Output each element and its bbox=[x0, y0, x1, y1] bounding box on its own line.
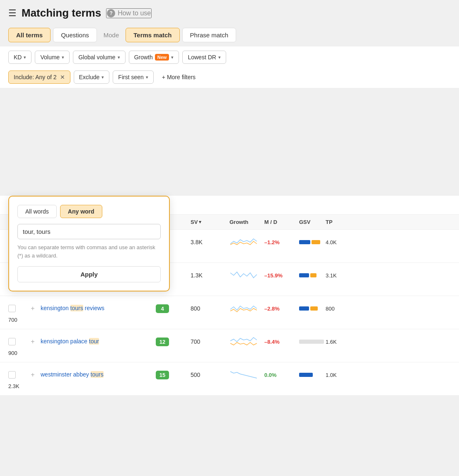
row-checkbox[interactable] bbox=[8, 371, 16, 379]
hamburger-icon[interactable]: ☰ bbox=[8, 8, 17, 19]
growth-value: –8.4% bbox=[264, 339, 297, 345]
gsv-value: 3.1K bbox=[326, 272, 350, 279]
include-dropdown: All words Any word You can separate term… bbox=[8, 196, 170, 291]
lowest-dr-arrow-icon: ▾ bbox=[218, 55, 221, 60]
md-bar bbox=[299, 306, 324, 311]
md-bar bbox=[299, 340, 324, 344]
include-label: Include: Any of 2 bbox=[14, 74, 57, 80]
keyword-link[interactable]: kensington tours reviews bbox=[41, 305, 104, 311]
table-row: + westminster abbey tours 15 500 0.0% 1.… bbox=[0, 362, 459, 396]
include-chip[interactable]: Include: Any of 2 ✕ bbox=[8, 70, 70, 84]
header: ☰ Matching terms ? How to use bbox=[0, 0, 459, 24]
tp-value: 900 bbox=[8, 350, 25, 356]
sv-value: 500 bbox=[191, 372, 228, 378]
sparkline-chart bbox=[230, 236, 263, 249]
tab-all-terms[interactable]: All terms bbox=[8, 28, 51, 42]
growth-arrow-icon: ▾ bbox=[171, 55, 174, 60]
growth-value: –15.9% bbox=[264, 272, 297, 279]
row-checkbox[interactable] bbox=[8, 305, 16, 312]
col-header-tp: TP bbox=[326, 219, 350, 225]
growth-filter[interactable]: Growth New ▾ bbox=[129, 51, 179, 64]
gsv-value: 800 bbox=[326, 306, 350, 312]
growth-value: –1.2% bbox=[264, 239, 297, 245]
include-terms-input[interactable] bbox=[17, 224, 161, 239]
growth-label: Growth bbox=[134, 54, 153, 61]
volume-arrow-icon: ▾ bbox=[62, 55, 64, 60]
tab-terms-match[interactable]: Terms match bbox=[126, 28, 179, 42]
page-title: Matching terms bbox=[22, 7, 101, 19]
main-content: All words Any word You can separate term… bbox=[0, 196, 459, 396]
kd-filter[interactable]: KD ▾ bbox=[8, 51, 31, 64]
sparkline-chart bbox=[230, 269, 263, 282]
growth-new-badge: New bbox=[155, 54, 169, 61]
gsv-value: 1.0K bbox=[326, 372, 350, 378]
add-row-button[interactable]: + bbox=[27, 305, 39, 312]
tp-value: 2.3K bbox=[8, 383, 25, 389]
first-seen-filter[interactable]: First seen ▾ bbox=[113, 70, 153, 84]
how-to-use-button[interactable]: ? How to use bbox=[106, 8, 152, 18]
first-seen-label: First seen bbox=[118, 74, 143, 80]
tab-phrase-match[interactable]: Phrase match bbox=[182, 28, 237, 42]
row-checkbox[interactable] bbox=[8, 338, 16, 345]
tp-value: 700 bbox=[8, 317, 25, 323]
col-header-sv[interactable]: SV ▾ bbox=[191, 219, 228, 225]
volume-label: Volume bbox=[40, 54, 60, 61]
sv-value: 1.3K bbox=[191, 272, 228, 279]
more-filters-label: + More filters bbox=[162, 74, 196, 80]
col-header-md: M / D bbox=[264, 219, 297, 225]
sparkline-chart bbox=[230, 302, 263, 315]
col-header-gsv: GSV bbox=[299, 219, 324, 225]
exclude-label: Exclude bbox=[79, 74, 100, 80]
table-row: + kensington palace tour 12 700 –8.4% 1.… bbox=[0, 329, 459, 362]
global-volume-label: Global volume bbox=[78, 54, 116, 61]
sv-sort-icon: ▾ bbox=[199, 219, 201, 225]
gsv-value: 4.0K bbox=[326, 239, 350, 245]
dropdown-tab-any-word[interactable]: Any word bbox=[60, 205, 102, 218]
sv-value: 700 bbox=[191, 338, 228, 345]
md-bar bbox=[299, 373, 324, 377]
volume-filter[interactable]: Volume ▾ bbox=[35, 51, 70, 64]
first-seen-arrow-icon: ▾ bbox=[146, 75, 148, 80]
kd-badge: 4 bbox=[156, 304, 169, 313]
exclude-filter[interactable]: Exclude ▾ bbox=[74, 70, 110, 84]
kd-label: KD bbox=[14, 54, 22, 61]
exclude-arrow-icon: ▾ bbox=[101, 75, 104, 80]
tab-mode-label: Mode bbox=[99, 28, 123, 42]
filters-row2: Include: Any of 2 ✕ Exclude ▾ First seen… bbox=[0, 68, 459, 88]
kd-badge: 15 bbox=[156, 371, 169, 379]
dropdown-tab-row: All words Any word bbox=[17, 205, 161, 218]
tab-questions[interactable]: Questions bbox=[53, 28, 97, 42]
kd-arrow-icon: ▾ bbox=[24, 55, 26, 60]
dropdown-tab-all-words[interactable]: All words bbox=[17, 205, 57, 218]
apply-button[interactable]: Apply bbox=[17, 266, 161, 282]
keyword-link[interactable]: westminster abbey tours bbox=[41, 371, 104, 378]
col-header-growth: Growth bbox=[230, 219, 263, 225]
help-circle-icon: ? bbox=[107, 9, 115, 17]
how-to-use-label: How to use bbox=[118, 10, 151, 17]
include-close-icon[interactable]: ✕ bbox=[60, 74, 65, 80]
add-row-button[interactable]: + bbox=[27, 338, 39, 345]
sparkline-chart bbox=[230, 335, 263, 348]
gsv-value: 1.6K bbox=[326, 339, 350, 345]
filters-row: KD ▾ Volume ▾ Global volume ▾ Growth New… bbox=[0, 46, 459, 68]
kd-badge: 12 bbox=[156, 338, 169, 346]
lowest-dr-label: Lowest DR bbox=[188, 54, 216, 61]
growth-value: 0.0% bbox=[264, 372, 297, 378]
add-row-button[interactable]: + bbox=[27, 371, 39, 379]
growth-value: –2.8% bbox=[264, 306, 297, 312]
sv-value: 800 bbox=[191, 305, 228, 312]
dropdown-hint-text: You can separate terms with commas and u… bbox=[17, 243, 161, 260]
keyword-link[interactable]: kensington palace tour bbox=[41, 338, 99, 345]
lowest-dr-filter[interactable]: Lowest DR ▾ bbox=[182, 51, 226, 64]
global-volume-filter[interactable]: Global volume ▾ bbox=[73, 51, 126, 64]
sv-value: 3.8K bbox=[191, 239, 228, 245]
tabs-row: All terms Questions Mode Terms match Phr… bbox=[0, 24, 459, 46]
global-volume-arrow-icon: ▾ bbox=[118, 55, 120, 60]
more-filters-button[interactable]: + More filters bbox=[157, 71, 201, 83]
table-row: + kensington tours reviews 4 800 –2.8% 8… bbox=[0, 296, 459, 329]
md-bar bbox=[299, 240, 324, 244]
md-bar bbox=[299, 273, 324, 277]
sparkline-chart bbox=[230, 368, 263, 381]
